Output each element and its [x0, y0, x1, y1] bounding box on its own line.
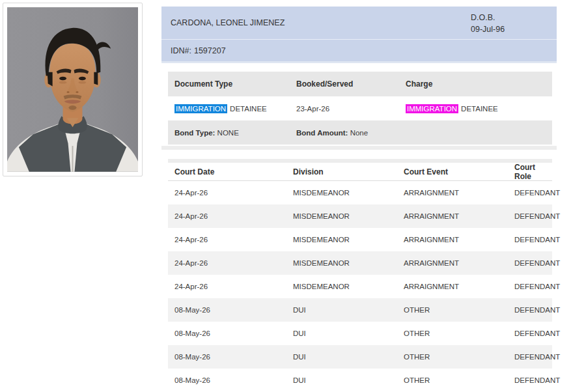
table-row: 24-Apr-26 MISDEMEANOR ARRAIGNMENT DEFEND…	[168, 275, 552, 298]
dob-block: D.O.B. 09-Jul-96	[471, 12, 505, 35]
inmate-name: CARDONA, LEONEL JIMENEZ	[171, 18, 285, 27]
court-role-cell: DEFENDANT	[514, 259, 560, 267]
charge-rest: DETAINEE	[461, 105, 498, 113]
division-cell: DUI	[293, 376, 404, 384]
table-row: 08-May-26 DUI OTHER DEFENDANT	[168, 369, 552, 392]
division-cell: MISDEMEANOR	[293, 212, 404, 220]
dob-value: 09-Jul-96	[471, 23, 505, 35]
division-cell: DUI	[293, 329, 404, 337]
court-role-cell: DEFENDANT	[514, 353, 560, 361]
table-row: 24-Apr-26 MISDEMEANOR ARRAIGNMENT DEFEND…	[168, 228, 552, 251]
court-role-cell: DEFENDANT	[514, 189, 560, 197]
court-event-cell: OTHER	[404, 329, 514, 337]
table-row: 08-May-26 DUI OTHER DEFENDANT	[168, 345, 552, 369]
table-row: 24-Apr-26 MISDEMEANOR ARRAIGNMENT DEFEND…	[168, 251, 552, 275]
column-court-role: Court Role	[514, 163, 552, 181]
division-cell: MISDEMEANOR	[293, 283, 404, 290]
column-booked-served: Booked/Served	[296, 79, 406, 89]
court-table-header: Court Date Division Court Event Court Ro…	[168, 163, 552, 181]
court-date-cell: 08-May-26	[174, 329, 293, 337]
court-role-cell: DEFENDANT	[514, 329, 560, 337]
court-date-cell: 08-May-26	[174, 376, 293, 384]
division-cell: MISDEMEANOR	[293, 259, 404, 267]
idn-row: IDN#: 1597207	[161, 39, 557, 63]
bond-type-label: Bond Type:	[174, 129, 215, 137]
mugshot-photo-frame	[3, 3, 143, 176]
table-row: 24-Apr-26 MISDEMEANOR ARRAIGNMENT DEFEND…	[168, 181, 552, 204]
court-event-cell: ARRAIGNMENT	[404, 283, 514, 290]
court-event-cell: ARRAIGNMENT	[404, 212, 514, 220]
court-role-cell: DEFENDANT	[514, 283, 560, 290]
court-date-cell: 24-Apr-26	[174, 283, 293, 290]
division-cell: DUI	[293, 353, 404, 361]
column-division: Division	[293, 167, 404, 176]
court-event-cell: ARRAIGNMENT	[404, 236, 514, 244]
mugshot-image	[7, 7, 138, 172]
court-role-cell: DEFENDANT	[514, 306, 560, 314]
court-date-cell: 24-Apr-26	[174, 236, 293, 244]
court-event-cell: ARRAIGNMENT	[404, 189, 514, 197]
court-date-cell: 24-Apr-26	[174, 212, 293, 220]
bond-amount-label: Bond Amount:	[296, 129, 348, 137]
court-event-cell: OTHER	[404, 306, 514, 314]
column-court-event: Court Event	[404, 167, 514, 176]
column-court-date: Court Date	[174, 167, 293, 176]
court-date-cell: 08-May-26	[174, 306, 293, 314]
column-document-type: Document Type	[174, 79, 296, 89]
court-event-cell: OTHER	[404, 353, 514, 361]
bond-amount-value: None	[350, 129, 369, 137]
court-role-cell: DEFENDANT	[514, 212, 560, 220]
document-row: IMMIGRATIONDETAINEE 23-Apr-26 IMMIGRATIO…	[168, 96, 552, 120]
table-row: 24-Apr-26 MISDEMEANOR ARRAIGNMENT DEFEND…	[168, 204, 552, 228]
court-role-cell: DEFENDANT	[514, 236, 560, 244]
table-row: 08-May-26 DUI OTHER DEFENDANT	[168, 322, 552, 345]
charge-cell: IMMIGRATIONDETAINEE	[406, 105, 552, 113]
documents-table-header: Document Type Booked/Served Charge	[168, 72, 552, 96]
document-type-cell: IMMIGRATIONDETAINEE	[174, 105, 296, 113]
documents-table-footer-bar	[161, 146, 557, 150]
table-row: 08-May-26 DUI OTHER DEFENDANT	[168, 298, 552, 322]
court-date-cell: 24-Apr-26	[174, 259, 293, 267]
dob-label: D.O.B.	[471, 12, 505, 23]
search-highlight-magenta: IMMIGRATION	[406, 104, 458, 113]
court-event-cell: ARRAIGNMENT	[404, 259, 514, 267]
column-charge: Charge	[406, 79, 552, 89]
bond-type-cell: Bond Type: NONE	[174, 129, 296, 137]
court-date-cell: 08-May-26	[174, 353, 293, 361]
court-table: Court Date Division Court Event Court Ro…	[168, 159, 552, 392]
court-event-cell: OTHER	[404, 376, 514, 384]
booked-served-cell: 23-Apr-26	[296, 105, 406, 113]
idn-value: 1597207	[194, 46, 226, 55]
record-content: CARDONA, LEONEL JIMENEZ D.O.B. 09-Jul-96…	[161, 7, 557, 392]
bond-row: Bond Type: NONE Bond Amount: None	[168, 120, 552, 145]
identity-header: CARDONA, LEONEL JIMENEZ D.O.B. 09-Jul-96	[161, 7, 557, 39]
division-cell: MISDEMEANOR	[293, 189, 404, 197]
division-cell: MISDEMEANOR	[293, 236, 404, 244]
documents-table: Document Type Booked/Served Charge IMMIG…	[168, 72, 552, 145]
court-role-cell: DEFENDANT	[514, 376, 560, 384]
court-date-cell: 24-Apr-26	[174, 189, 293, 197]
bond-type-value: NONE	[217, 129, 239, 137]
division-cell: DUI	[293, 306, 404, 314]
search-highlight-blue: IMMIGRATION	[174, 104, 227, 113]
idn-label: IDN#:	[171, 46, 191, 55]
bond-amount-cell: Bond Amount: None	[296, 129, 406, 137]
document-type-rest: DETAINEE	[230, 105, 267, 113]
